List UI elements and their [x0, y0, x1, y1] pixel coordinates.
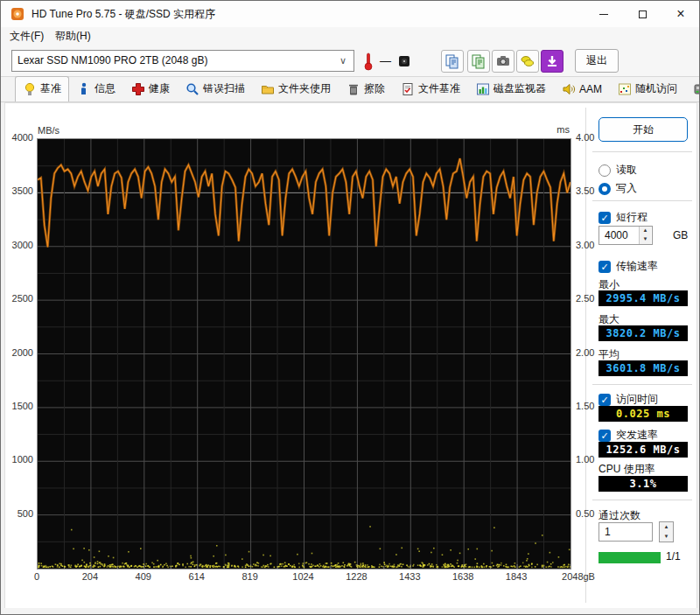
tab-label: 文件基准: [418, 81, 460, 96]
burst-rate-checkbox[interactable]: ✓: [598, 430, 611, 442]
tab-label: 错误扫描: [203, 81, 245, 96]
short-stroke-value: 4000: [605, 229, 628, 241]
window-footer: [1, 608, 699, 614]
axis-tick-label: 614: [189, 571, 205, 582]
copy-results-button[interactable]: [441, 50, 464, 73]
axis-tick-label: 500: [1, 508, 33, 519]
aam-speaker-icon: [562, 82, 576, 96]
screenshot-button[interactable]: [492, 50, 514, 73]
burst-rate-row[interactable]: ✓ 突发速率: [598, 428, 658, 443]
axis-tick-label: 1024: [292, 571, 313, 582]
thermometer-icon: [363, 52, 374, 71]
axis-tick-label: 3500: [1, 185, 33, 196]
radio-read-label: 读取: [616, 163, 637, 178]
axis-tick-label: 0: [34, 571, 39, 582]
maximize-button[interactable]: [627, 1, 657, 27]
folder-icon: [261, 82, 275, 96]
device-select[interactable]: Lexar SSD NM1090 PRO 2TB (2048 gB) ∨: [11, 50, 354, 72]
chevron-down-icon: ∨: [340, 51, 346, 71]
tab-bar: 基准信息健康错误扫描文件夹使用擦除文件基准磁盘监视器AAM随机访问额外测试: [1, 78, 699, 102]
tab-folder-usage[interactable]: 文件夹使用: [253, 76, 339, 101]
benchmark-chart: [37, 138, 571, 570]
tab-file-benchmark[interactable]: 文件基准: [393, 76, 468, 101]
close-button[interactable]: ×: [666, 1, 696, 27]
axis-tick-label: 2000: [1, 347, 33, 358]
min-value: 2995.4 MB/s: [598, 290, 688, 306]
bulb-icon: [23, 82, 37, 96]
tab-error-scan[interactable]: 错误扫描: [178, 76, 253, 101]
title-bar: HD Tune Pro 5.75 - 硬盘/SSD 实用程序 ×: [1, 1, 699, 27]
exit-button[interactable]: 退出: [575, 49, 619, 73]
app-icon: [10, 7, 24, 21]
spin-up-icon[interactable]: ▲: [660, 522, 673, 532]
short-stroke-spinner[interactable]: 4000 ▲▼: [598, 226, 653, 245]
disk-icon: [397, 54, 411, 68]
tab-info[interactable]: 信息: [69, 76, 123, 101]
access-time-row[interactable]: ✓ 访问时间: [598, 392, 658, 407]
short-stroke-label: 短行程: [616, 210, 648, 225]
tab-erase[interactable]: 擦除: [339, 76, 393, 101]
radio-write[interactable]: [598, 183, 611, 195]
copy-text-button[interactable]: [467, 50, 490, 73]
cpu-usage-label: CPU 使用率: [598, 462, 655, 477]
scan-icon: [186, 82, 200, 96]
axis-tick-label: 1433: [399, 571, 420, 582]
axis-tick-label: 204: [82, 571, 98, 582]
access-time-label: 访问时间: [616, 392, 658, 407]
max-value: 3820.2 MB/s: [598, 325, 688, 341]
separator: [592, 384, 692, 385]
tab-label: 随机访问: [635, 81, 677, 96]
disk-monitor-icon: [476, 82, 490, 96]
tab-label: 信息: [94, 81, 116, 96]
progress-fill: [598, 552, 661, 563]
erase-icon: [346, 82, 360, 96]
radio-write-row[interactable]: 写入: [598, 181, 637, 196]
download-button[interactable]: [541, 50, 564, 73]
burst-rate-label: 突发速率: [616, 428, 658, 443]
window-title: HD Tune Pro 5.75 - 硬盘/SSD 实用程序: [32, 1, 215, 27]
pass-count-arrows[interactable]: ▲▼: [659, 521, 674, 542]
copy-text-icon: [471, 53, 486, 69]
spin-up-icon[interactable]: ▲: [640, 227, 651, 235]
right-axis-unit: ms: [536, 124, 570, 135]
save-button[interactable]: [516, 50, 539, 73]
tab-aam[interactable]: AAM: [554, 77, 610, 101]
transfer-rate-label: 传输速率: [616, 259, 658, 274]
pass-count-spinner[interactable]: 1: [598, 522, 653, 542]
tab-benchmark[interactable]: 基准: [15, 76, 69, 101]
axis-tick-label: 1638: [452, 571, 473, 582]
axis-tick-label: 1000: [1, 454, 33, 465]
separator: [592, 500, 692, 500]
radio-read-row[interactable]: 读取: [598, 163, 637, 178]
random-access-icon: [618, 82, 632, 96]
tab-extra-tests[interactable]: 额外测试: [685, 76, 700, 101]
tab-disk-monitor[interactable]: 磁盘监视器: [468, 76, 554, 101]
spin-down-icon[interactable]: ▼: [660, 532, 673, 542]
axis-tick-label: 819: [242, 571, 257, 582]
menu-help[interactable]: 帮助(H): [52, 27, 94, 45]
minimize-button[interactable]: [589, 1, 619, 27]
start-button[interactable]: 开始: [598, 117, 688, 142]
separator: [592, 200, 692, 201]
app-window: HD Tune Pro 5.75 - 硬盘/SSD 实用程序 × 文件(F) 帮…: [0, 0, 700, 615]
download-arrow-icon: [545, 54, 559, 68]
menu-file[interactable]: 文件(F): [6, 27, 47, 45]
axis-tick-label: 1500: [1, 401, 33, 411]
tab-health[interactable]: 健康: [123, 76, 178, 101]
access-time-checkbox[interactable]: ✓: [598, 394, 611, 406]
transfer-rate-checkbox[interactable]: ✓: [598, 261, 611, 273]
transfer-rate-row[interactable]: ✓ 传输速率: [598, 259, 658, 274]
axis-tick-label: 2500: [1, 293, 33, 304]
short-stroke-checkbox[interactable]: ✓: [598, 212, 611, 224]
avg-value: 3601.8 MB/s: [598, 360, 688, 376]
radio-read[interactable]: [598, 164, 611, 177]
tab-label: 擦除: [364, 81, 385, 96]
spin-down-icon[interactable]: ▼: [640, 235, 651, 244]
spinner-arrows[interactable]: ▲▼: [639, 227, 651, 244]
pass-count-label: 通过次数: [598, 508, 640, 523]
tab-random-access[interactable]: 随机访问: [610, 76, 685, 101]
tab-label: 磁盘监视器: [494, 81, 546, 96]
axis-tick-label: 3000: [1, 240, 33, 250]
short-stroke-row[interactable]: ✓ 短行程: [598, 210, 648, 225]
file-benchmark-icon: [401, 82, 415, 96]
